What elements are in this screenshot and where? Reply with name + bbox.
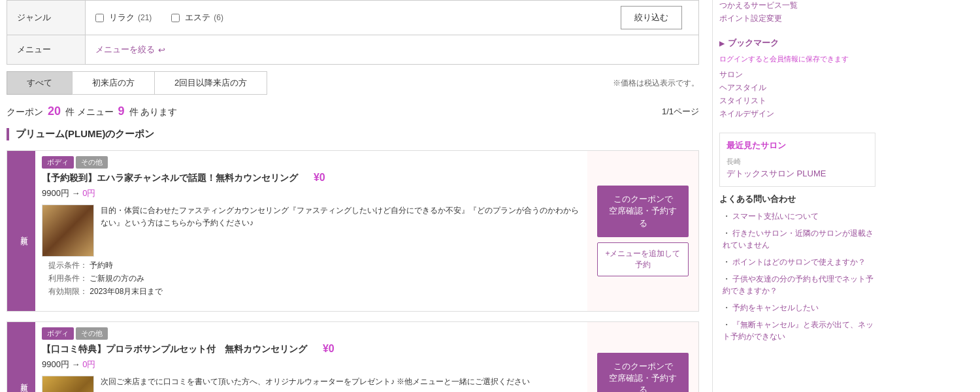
faq-item-6: 『無断キャンセル』と表示が出て、ネット予約ができない	[719, 319, 875, 342]
coupon-body-2: ボディ その他 【口コミ特典】プロラボサンプルセット付 無料カウンセリング ¥0…	[35, 322, 587, 392]
coupon-right-1: このクーポンで空席確認・予約する +メニューを追加して予約	[587, 151, 698, 311]
reserve-button-1[interactable]: このクーポンで空席確認・予約する	[597, 186, 689, 237]
new-badge-1: 新規	[12, 151, 35, 311]
coupon-tag-other-2: その他	[76, 327, 108, 340]
section-title: プリューム(PLUME)のクーポン	[7, 128, 699, 140]
recent-shop-link[interactable]: デトックスサロン PLUME	[727, 168, 868, 180]
coupon-text-1: 目的・体質に合わせたファスティングカウンセリング『ファスティングしたいけど自分に…	[101, 204, 581, 257]
menu-filter-row: メニュー メニューを絞る ↩	[7, 35, 698, 64]
relax-count: (21)	[138, 13, 152, 22]
bookmark-salon-link[interactable]: サロン	[719, 69, 875, 80]
genre-label: ジャンル	[7, 1, 86, 35]
sidebar-service-section: つかえるサービス一覧 ポイント設定変更	[719, 0, 875, 24]
tab-all[interactable]: すべて	[7, 71, 72, 95]
coupon-suffix: 件 メニュー	[65, 106, 114, 117]
count-bar: クーポン 20 件 メニュー 9 件 あります 1/1ページ	[7, 105, 699, 118]
coupon-conditions-1: 提示条件： 予約時 利用条件： ご新規の方のみ 有効期限： 2023年08月末日…	[42, 257, 581, 304]
coupon-desc-2: 次回ご来店までに口コミを書いて頂いた方へ、オリジナルウォーターをプレゼント♪ ※…	[42, 376, 581, 392]
sidebar-bookmark-section: ブックマーク ログインすると会員情報に保存できます サロン ヘアスタイル スタイ…	[719, 37, 875, 120]
coupon-tags-2: ボディ その他	[35, 322, 587, 343]
menu-count: 9	[118, 105, 125, 118]
coupon-card-2: 新規 ボディ その他 【口コミ特典】プロラボサンプルセット付 無料カウンセリング…	[7, 321, 699, 392]
coupon-info-2: 【口コミ特典】プロラボサンプルセット付 無料カウンセリング ¥0 9900円 →…	[42, 343, 581, 392]
bookmark-title: ブックマーク	[719, 37, 875, 49]
menu-label: メニュー	[7, 35, 86, 64]
condition-row-1-3: 有効期限： 2023年08月末日まで	[48, 286, 574, 297]
coupon-prefix: クーポン	[7, 106, 43, 117]
reserve-button-2[interactable]: このクーポンで空席確認・予約する	[597, 353, 689, 392]
coupon-text-2: 次回ご来店までに口コミを書いて頂いた方へ、オリジナルウォーターをプレゼント♪ ※…	[101, 376, 581, 392]
menu-narrow-link[interactable]: メニューを絞る ↩	[95, 44, 165, 56]
coupon-title-1: 【予約殺到】エハラ家チャンネルで話題！無料カウンセリング ¥0	[42, 172, 581, 184]
coupon-tag-other-1: その他	[76, 156, 108, 169]
faq-link-6[interactable]: 『無断キャンセル』と表示が出て、ネット予約ができない	[723, 320, 874, 341]
esthetic-count: (6)	[214, 13, 223, 22]
coupon-main-2: 【口コミ特典】プロラボサンプルセット付 無料カウンセリング ¥0 9900円 →…	[35, 343, 587, 392]
tab-second-visit[interactable]: 2回目以降来店の方	[154, 71, 267, 95]
esthetic-label: エステ	[185, 12, 210, 24]
recent-section: 最近見たサロン 長崎 デトックスサロン PLUME	[719, 133, 875, 187]
coupon-count: 20	[48, 105, 61, 118]
menu-link-text: メニューを絞る	[95, 44, 155, 56]
menu-suffix: 件 あります	[129, 106, 178, 117]
faq-item-5: 予約をキャンセルしたい	[719, 302, 875, 314]
recent-title: 最近見たサロン	[727, 140, 868, 152]
tab-bar: すべて 初来店の方 2回目以降来店の方 ※価格は税込表示です。	[7, 71, 699, 95]
coupon-main-1: 【予約殺到】エハラ家チャンネルで話題！無料カウンセリング ¥0 9900円 → …	[35, 172, 587, 311]
condition-row-1-1: 提示条件： 予約時	[48, 260, 574, 271]
relax-checkbox-input[interactable]	[95, 14, 104, 22]
coupon-thumb-1	[42, 204, 94, 257]
count-text: クーポン 20 件 メニュー 9 件 あります	[7, 105, 177, 118]
faq-link-3[interactable]: ポイントはどのサロンで使えますか？	[732, 257, 866, 267]
faq-item-1: スマート支払いについて	[719, 210, 875, 222]
faq-link-5[interactable]: 予約をキャンセルしたい	[732, 303, 819, 312]
faq-item-4: 子供や友達の分の予約も代理でネット予約できますか？	[719, 273, 875, 297]
coupon-desc-1: 目的・体質に合わせたファスティングカウンセリング『ファスティングしたいけど自分に…	[42, 204, 581, 257]
coupon-title-2: 【口コミ特典】プロラボサンプルセット付 無料カウンセリング ¥0	[42, 343, 581, 355]
faq-item-2: 行きたいサロン・近隣のサロンが退載されていません	[719, 227, 875, 251]
coupon-body-1: ボディ その他 【予約殺到】エハラ家チャンネルで話題！無料カウンセリング ¥0 …	[35, 151, 587, 311]
service-list-link[interactable]: つかえるサービス一覧	[719, 0, 875, 11]
sidebar: つかえるサービス一覧 ポイント設定変更 ブックマーク ログインすると会員情報に保…	[712, 0, 882, 392]
coupon-price-badge-1: ¥0	[314, 172, 325, 183]
genre-filter-row: ジャンル リラク (21) エステ (6) 絞り込む	[7, 1, 698, 35]
bookmark-hairstyle-link[interactable]: ヘアスタイル	[719, 82, 875, 93]
esthetic-checkbox-input[interactable]	[171, 14, 180, 22]
faq-title: よくある問い合わせ	[719, 193, 875, 205]
coupon-tags-1: ボディ その他	[35, 151, 587, 172]
recent-location: 長崎	[727, 157, 868, 167]
coupon-card-1: 新規 ボディ その他 【予約殺到】エハラ家チャンネルで話題！無料カウンセリング …	[7, 150, 699, 312]
coupon-price-2: 9900円 → 0円	[42, 359, 581, 370]
coupon-thumb-2	[42, 376, 94, 392]
coupon-price-1: 9900円 → 0円	[42, 188, 581, 199]
coupon-bar-1	[7, 151, 12, 311]
tab-first-visit[interactable]: 初来店の方	[72, 71, 154, 95]
point-setting-link[interactable]: ポイント設定変更	[719, 13, 875, 24]
page-info: 1/1ページ	[662, 106, 699, 118]
genre-filter-content: リラク (21) エステ (6) 絞り込む	[86, 1, 698, 35]
faq-link-1[interactable]: スマート支払いについて	[732, 212, 819, 221]
condition-row-1-2: 利用条件： ご新規の方のみ	[48, 273, 574, 284]
menu-filter-content: メニューを絞る ↩	[86, 39, 698, 61]
new-badge-2: 新規	[12, 322, 35, 392]
bookmark-nail-link[interactable]: ネイルデザイン	[719, 108, 875, 120]
faq-section: よくある問い合わせ スマート支払いについて 行きたいサロン・近隣のサロンが退載さ…	[719, 193, 875, 342]
coupon-info-1: 【予約殺到】エハラ家チャンネルで話題！無料カウンセリング ¥0 9900円 → …	[42, 172, 581, 304]
bookmark-stylist-link[interactable]: スタイリスト	[719, 95, 875, 106]
coupon-bar-2	[7, 322, 12, 392]
esthetic-checkbox[interactable]: エステ (6)	[171, 12, 223, 24]
faq-link-2[interactable]: 行きたいサロン・近隣のサロンが退載されていません	[723, 229, 874, 250]
add-menu-button-1[interactable]: +メニューを追加して予約	[597, 242, 689, 276]
menu-link-icon: ↩	[158, 45, 165, 55]
relax-checkbox[interactable]: リラク (21)	[95, 12, 152, 24]
relax-label: リラク	[109, 12, 135, 24]
faq-link-4[interactable]: 子供や友達の分の予約も代理でネット予約できますか？	[723, 274, 874, 295]
coupon-tag-body-1: ボディ	[42, 156, 74, 169]
price-note: ※価格は税込表示です。	[613, 78, 699, 89]
coupon-right-2: このクーポンで空席確認・予約する	[587, 322, 698, 392]
faq-item-3: ポイントはどのサロンで使えますか？	[719, 256, 875, 268]
coupon-tag-body-2: ボディ	[42, 327, 74, 340]
coupon-price-badge-2: ¥0	[323, 343, 335, 354]
narrow-button[interactable]: 絞り込む	[621, 6, 682, 29]
filter-bar: ジャンル リラク (21) エステ (6) 絞り込む メニュー	[7, 0, 699, 65]
